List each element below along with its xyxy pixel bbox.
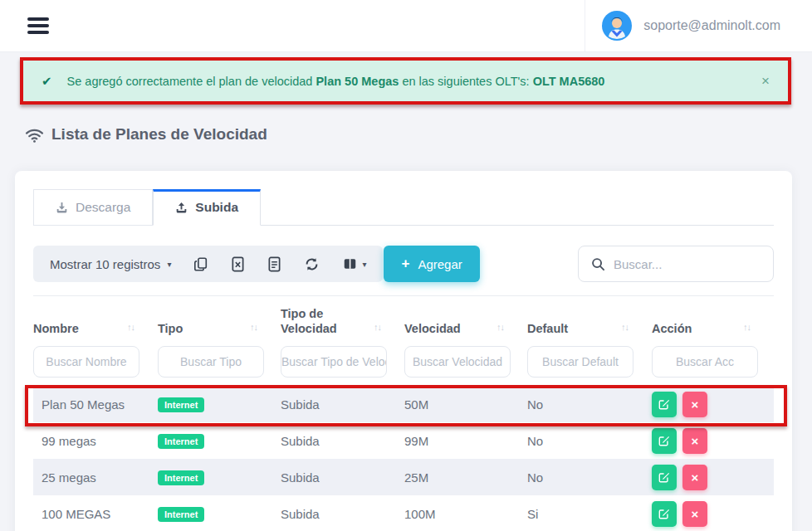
filter-tipo-input[interactable] <box>158 346 264 378</box>
plan-name-cell: 99 megas <box>33 422 158 459</box>
plan-name-cell: Plan 50 Megas <box>33 386 158 422</box>
tab-descarga[interactable]: Descarga <box>33 189 153 226</box>
actions-cell: × <box>652 386 774 422</box>
sort-icon: ↑↓ <box>374 319 381 336</box>
alert-olt-name: OLT MA5680 <box>533 75 605 88</box>
delete-x-icon: × <box>692 470 699 485</box>
plan-name-cell: 100 MEGAS <box>33 495 158 531</box>
copy-icon <box>193 256 208 272</box>
page-title-bar: Lista de Planes de Velocidad <box>25 125 267 144</box>
hamburger-bar <box>27 31 49 34</box>
tab-subida-label: Subida <box>195 200 238 215</box>
upload-icon <box>175 202 188 214</box>
speed-cell: 99M <box>404 422 527 459</box>
filter-velocidad-input[interactable] <box>404 346 511 378</box>
toolbar-left-group: Mostrar 10 registros ▾ <box>33 246 383 282</box>
table-row: 100 MEGAS Internet Subida 100M Si × <box>33 495 774 531</box>
records-per-page-dropdown[interactable]: Mostrar 10 registros ▾ <box>50 257 171 271</box>
hamburger-menu-icon[interactable] <box>27 17 49 34</box>
columns-icon <box>342 256 358 271</box>
column-header-default[interactable]: Default↑↓ <box>527 296 652 343</box>
actions-cell: × <box>652 459 774 495</box>
alert-message: Se agregó correctamente el plan de veloc… <box>67 75 605 88</box>
sort-icon: ↑↓ <box>743 319 751 336</box>
sort-icon: ↑↓ <box>496 319 504 336</box>
column-visibility-button[interactable]: ▾ <box>342 256 366 271</box>
page-title: Lista de Planes de Velocidad <box>51 125 267 144</box>
search-box <box>578 246 774 282</box>
speed-type-cell: Subida <box>281 422 404 459</box>
speed-cell: 50M <box>404 386 527 422</box>
excel-export-button[interactable] <box>231 256 245 272</box>
column-header-tipo-velocidad[interactable]: Tipo de Velocidad↑↓ <box>281 296 404 343</box>
tab-descarga-label: Descarga <box>76 200 130 215</box>
plan-type-cell: Internet <box>158 459 281 495</box>
speed-type-cell: Subida <box>281 386 404 422</box>
table-toolbar: Mostrar 10 registros ▾ <box>33 246 774 282</box>
edit-pencil-icon <box>658 398 670 410</box>
table-row: 25 megas Internet Subida 25M No × <box>33 459 774 495</box>
speed-type-cell: Subida <box>281 459 404 495</box>
default-cell: No <box>527 459 652 495</box>
copy-button[interactable] <box>193 256 208 272</box>
edit-button[interactable] <box>652 428 677 454</box>
actions-cell: × <box>652 495 774 531</box>
edit-pencil-icon <box>658 508 670 519</box>
add-button-label: Agregar <box>418 257 462 271</box>
plan-name-cell: 25 megas <box>33 459 158 495</box>
delete-button[interactable]: × <box>682 465 707 490</box>
internet-badge: Internet <box>158 507 204 522</box>
add-button[interactable]: + Agregar <box>384 246 479 282</box>
search-input[interactable] <box>614 257 779 271</box>
delete-button[interactable]: × <box>682 428 707 454</box>
wifi-icon <box>25 126 44 144</box>
default-cell: Si <box>527 495 652 531</box>
speed-cell: 100M <box>404 495 527 531</box>
search-icon <box>591 257 605 271</box>
column-header-nombre[interactable]: Nombre↑↓ <box>33 296 158 343</box>
edit-button[interactable] <box>652 501 677 527</box>
file-icon <box>267 256 281 272</box>
filter-accion-input[interactable] <box>652 346 758 378</box>
actions-cell: × <box>652 422 774 459</box>
hamburger-bar <box>27 17 49 21</box>
table-header-row: Nombre↑↓ Tipo↑↓ Tipo de Velocidad↑↓ Velo… <box>33 296 774 343</box>
hamburger-bar <box>27 24 49 27</box>
column-header-accion[interactable]: Acción↑↓ <box>652 296 774 343</box>
column-header-tipo[interactable]: Tipo↑↓ <box>158 296 281 343</box>
edit-pencil-icon <box>658 435 670 446</box>
top-navbar: soporte@adminolt.com <box>0 0 812 52</box>
alert-close-button[interactable]: × <box>761 73 770 90</box>
delete-button[interactable]: × <box>682 501 707 527</box>
plans-table: Nombre↑↓ Tipo↑↓ Tipo de Velocidad↑↓ Velo… <box>33 295 774 531</box>
plan-type-cell: Internet <box>158 422 281 459</box>
delete-x-icon: × <box>692 434 699 448</box>
edit-button[interactable] <box>652 392 677 417</box>
filter-tipo-velocidad-input[interactable] <box>281 346 387 378</box>
content-card: Descarga Subida Mostrar 10 registros ▾ <box>15 171 792 531</box>
default-cell: No <box>527 422 652 459</box>
refresh-button[interactable] <box>304 256 320 272</box>
plus-icon: + <box>401 256 409 272</box>
delete-x-icon: × <box>692 507 699 521</box>
user-menu[interactable]: soporte@adminolt.com <box>585 0 812 51</box>
alert-plan-name: Plan 50 Megas <box>316 75 399 88</box>
delete-button[interactable]: × <box>682 392 707 417</box>
refresh-icon <box>304 256 320 272</box>
avatar <box>602 11 632 41</box>
filter-default-input[interactable] <box>527 346 633 378</box>
speed-type-cell: Subida <box>281 495 404 531</box>
table-filter-row <box>33 343 774 386</box>
tab-subida[interactable]: Subida <box>153 189 261 226</box>
annotation-box-alert: ✔ Se agregó correctamente el plan de vel… <box>20 57 791 105</box>
delete-x-icon: × <box>692 397 699 412</box>
excel-file-icon <box>231 256 245 272</box>
tab-bar: Descarga Subida <box>33 189 774 226</box>
filter-nombre-input[interactable] <box>33 346 139 378</box>
internet-badge: Internet <box>158 470 204 485</box>
file-export-button[interactable] <box>267 256 281 272</box>
column-header-velocidad[interactable]: Velocidad↑↓ <box>404 296 527 343</box>
edit-pencil-icon <box>658 471 670 483</box>
sort-icon: ↑↓ <box>127 319 135 336</box>
edit-button[interactable] <box>652 465 677 490</box>
